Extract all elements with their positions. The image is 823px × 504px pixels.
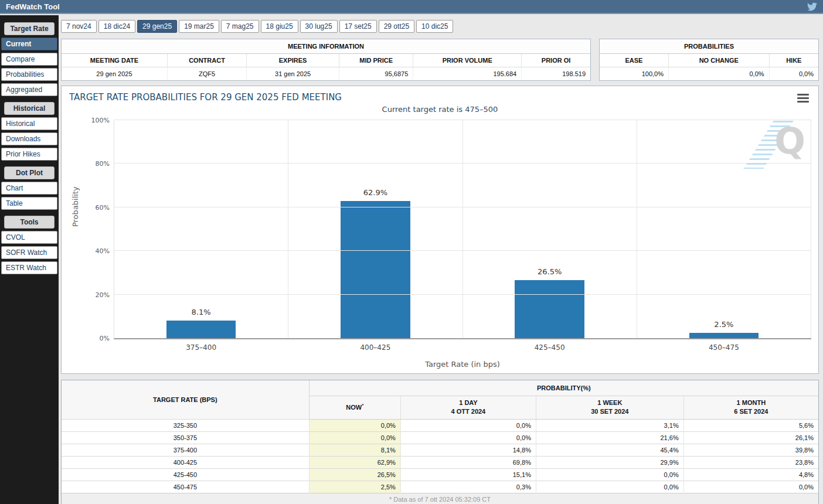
chart-subtitle: Current target rate is 475–500 [62, 105, 818, 114]
date-tab-29-ott25[interactable]: 29 ott25 [379, 20, 414, 33]
col-header-1-day: 1 DAY4 OTT 2024 [400, 396, 536, 420]
y-tick: 100% [91, 117, 110, 124]
date-tab-18-dic24[interactable]: 18 dic24 [98, 20, 135, 33]
date-tab-7-mag25[interactable]: 7 mag25 [221, 20, 259, 33]
rate-column-header: TARGET RATE (BPS) [62, 380, 309, 419]
bar-450-475[interactable] [689, 333, 759, 338]
bar-425-450[interactable] [515, 280, 584, 338]
probabilities-title: PROBABILITIES [600, 39, 818, 54]
info-val-expires: 31 gen 2025 [247, 67, 339, 81]
probability-group-header: PROBABILITY(%) [309, 380, 818, 396]
date-tab-19-mar25[interactable]: 19 mar25 [179, 20, 219, 33]
sidebar-item-downloads[interactable]: Downloads [1, 132, 57, 145]
sidebar-item-prior-hikes[interactable]: Prior Hikes [1, 148, 57, 161]
table-row: 375-4008,1%14,8%45,4%39,8% [62, 444, 818, 456]
now-cell: 8,1% [309, 444, 400, 456]
x-tick-label: 400–425 [288, 343, 462, 352]
now-cell: 0,0% [309, 419, 400, 431]
now-cell: 0,0% [309, 431, 400, 444]
info-val-prior-oi: 198.519 [522, 67, 590, 81]
date-tab-17-set25[interactable]: 17 set25 [339, 20, 377, 33]
gridline [114, 250, 811, 251]
sidebar-item-estr-watch[interactable]: ESTR Watch [1, 261, 57, 274]
info-col-prior-oi: PRIOR OI [522, 54, 590, 67]
date-tab-10-dic25[interactable]: 10 dic25 [416, 20, 453, 33]
info-val-no-change: 0,0% [668, 67, 769, 81]
info-col-mid-price: MID PRICE [339, 54, 413, 67]
rate-cell: 350-375 [62, 431, 309, 444]
table-row: 450-4752,5%0,3%0,0%0,0% [62, 481, 818, 493]
chart-category-425-450: 26.5%425–450 [463, 120, 637, 338]
twitter-icon[interactable] [807, 2, 817, 12]
probability-table-panel: TARGET RATE (BPS) PROBABILITY(%) NOW*1 D… [61, 380, 819, 504]
chart-category-400-425: 62.9%400–425 [288, 120, 462, 338]
week-cell: 29,9% [536, 456, 683, 468]
bar-400-425[interactable] [341, 201, 410, 338]
week-cell: 0,0% [536, 481, 683, 493]
rate-cell: 425-450 [62, 468, 309, 481]
date-tab-29-gen25[interactable]: 29 gen25 [137, 20, 177, 33]
date-tab-30-lug25[interactable]: 30 lug25 [300, 20, 338, 33]
sidebar-item-historical[interactable]: Historical [1, 117, 57, 130]
table-body: 325-3500,0%0,0%3,1%5,6%350-3750,0%0,0%21… [62, 419, 818, 493]
info-val-ease: 100,0% [600, 67, 668, 81]
info-val-prior-volume: 195.684 [413, 67, 522, 81]
probabilities-columns: EASENO CHANGEHIKE [600, 54, 818, 67]
col-header-now: NOW* [309, 396, 400, 420]
gridline [114, 120, 811, 120]
info-col-meeting-date: MEETING DATE [62, 54, 167, 67]
sidebar-item-probabilities[interactable]: Probabilities [1, 68, 57, 81]
date-tab-18-giu25[interactable]: 18 giu25 [261, 20, 298, 33]
sidebar-item-table[interactable]: Table [1, 197, 57, 210]
rate-cell: 325-350 [62, 419, 309, 431]
now-cell: 62,9% [309, 456, 400, 468]
y-tick: 0% [100, 335, 110, 342]
info-row: MEETING INFORMATION MEETING DATECONTRACT… [61, 39, 819, 81]
month-cell: 23,8% [683, 456, 818, 468]
info-col-no-change: NO CHANGE [668, 54, 769, 67]
table-row: 400-42562,9%69,8%29,9%23,8% [62, 456, 818, 468]
rate-cell: 400-425 [62, 456, 309, 468]
date-tab-bar: 7 nov2418 dic2429 gen2519 mar257 mag2518… [61, 20, 819, 33]
month-cell: 26,1% [683, 431, 818, 444]
sidebar-item-cvol[interactable]: CVOL [1, 231, 57, 244]
day-cell: 14,8% [400, 444, 536, 456]
day-cell: 69,8% [400, 456, 536, 468]
sidebar-item-compare[interactable]: Compare [1, 53, 57, 66]
week-cell: 21,6% [536, 431, 683, 444]
sidebar-item-sofr-watch[interactable]: SOFR Watch [1, 246, 57, 259]
sidebar-item-chart[interactable]: Chart [1, 182, 57, 195]
y-tick: 60% [96, 204, 110, 212]
target-rate-chart-panel: TARGET RATE PROBABILITIES FOR 29 GEN 202… [61, 86, 819, 374]
meeting-info-values: 29 gen 2025ZQF531 gen 202595,6875195.684… [62, 67, 590, 81]
chart-plot: 8.1%375–40062.9%400–42526.5%425–4502.5%4… [114, 120, 811, 339]
table-row: 325-3500,0%0,0%3,1%5,6% [62, 419, 818, 431]
date-tab-7-nov24[interactable]: 7 nov24 [61, 20, 97, 33]
y-tick: 40% [96, 247, 110, 255]
now-cell: 2,5% [309, 481, 400, 493]
day-cell: 15,1% [400, 468, 536, 481]
bar-375-400[interactable] [166, 321, 236, 338]
sidebar-item-current[interactable]: Current [1, 38, 57, 50]
rate-cell: 375-400 [62, 444, 309, 456]
info-val-mid-price: 95,6875 [339, 67, 413, 81]
sidebar-section-historical: Historical [4, 102, 55, 115]
sidebar-item-aggregated[interactable]: Aggregated [1, 83, 57, 96]
month-cell: 0,0% [683, 481, 818, 493]
gridline [114, 163, 811, 164]
gridline [114, 207, 811, 207]
month-cell: 5,6% [683, 419, 818, 431]
gridline [114, 294, 811, 295]
app-header: FedWatch Tool [0, 0, 823, 14]
main-content: 7 nov2418 dic2429 gen2519 mar257 mag2518… [61, 15, 819, 504]
info-col-prior-volume: PRIOR VOLUME [413, 54, 522, 67]
info-col-contract: CONTRACT [167, 54, 246, 67]
week-cell: 45,4% [536, 444, 683, 456]
probabilities-panel: PROBABILITIES EASENO CHANGEHIKE 100,0%0,… [599, 39, 819, 81]
table-footnote: * Data as of 7 ott 2024 05:32:09 CT [62, 493, 818, 504]
x-tick-label: 375–400 [114, 343, 288, 352]
month-cell: 39,8% [683, 444, 818, 456]
sidebar-section-target-rate: Target Rate [4, 22, 55, 35]
day-cell: 0,0% [400, 431, 536, 444]
chart-menu-icon[interactable] [797, 94, 809, 104]
